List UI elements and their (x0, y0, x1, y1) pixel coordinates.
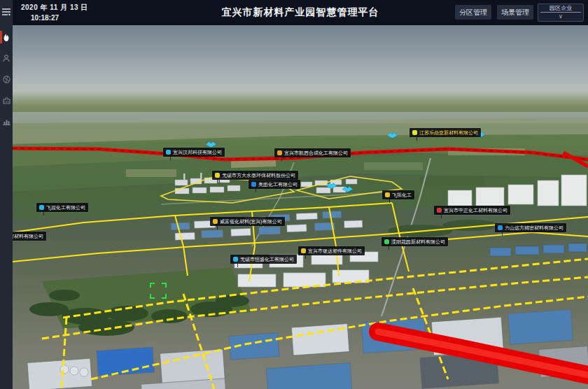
enterprise-icon (437, 208, 442, 213)
header-bar: 2020 年 11 月 13 日 10:18:27 宜兴市新材料产业园智慧管理平… (13, 0, 588, 25)
enterprise-name: 威富催化材料(宜兴)有限公司 (220, 218, 282, 225)
map-label[interactable]: 力山远方精密材料有限公司 (495, 223, 566, 232)
flame-icon[interactable] (0, 29, 13, 45)
enterprise-name: 宜兴市凯西合成化工有限公司 (284, 150, 348, 156)
scene-manage-button[interactable]: 场景管理 (497, 5, 533, 20)
bird-marker-icon[interactable] (342, 183, 353, 195)
enterprise-name: 无锡市恒盛化工有限公司 (240, 256, 294, 262)
enterprise-icon (166, 150, 171, 155)
chevron-down-icon: ∨ (559, 13, 563, 20)
enterprise-icon (233, 257, 238, 262)
selection-brackets (149, 282, 167, 299)
enterprise-icon (39, 205, 44, 210)
enterprise-icon (215, 173, 220, 178)
sidebar (0, 0, 13, 389)
enterprise-icon (213, 219, 218, 224)
user-icon[interactable] (0, 50, 13, 66)
map-label[interactable]: 飞拓化工 (382, 190, 414, 199)
enterprise-name: 溧阳花园新材料有限公司 (391, 239, 445, 245)
enterprise-name: 宜兴市银达塑件有限公司 (308, 248, 362, 254)
enterprise-name: 奥图化工有限公司 (258, 181, 298, 188)
enterprise-icon (251, 182, 256, 187)
enterprise-name: 宜兴汉邦科技有限公司 (173, 149, 222, 155)
enterprise-name: 飞霞化工有限公司 (46, 204, 85, 211)
enterprise-icon (385, 192, 390, 197)
enterprise-name: 力山远方精密材料有限公司 (505, 225, 564, 231)
map-label[interactable]: 无锡市恒盛化工有限公司 (230, 255, 297, 264)
factory-icon[interactable] (0, 92, 13, 108)
park-enterprise-dropdown[interactable]: 园区企业 ∨ (538, 3, 584, 22)
map-label[interactable]: 江苏乐晶亚新材料有限公司 (410, 128, 481, 137)
map-label[interactable]: 宜兴精密材料有限公司 (13, 232, 46, 241)
map-3d-viewport[interactable]: 宜兴汉邦科技有限公司宜兴市凯西合成化工有限公司无锡市方大水墨环保材料股份公司奥图… (13, 25, 588, 389)
enterprise-name: 江苏乐晶亚新材料有限公司 (419, 129, 478, 136)
enterprise-icon (277, 150, 282, 155)
map-label[interactable]: 宜兴市中正化工材料有限公司 (434, 206, 510, 215)
globe-icon[interactable] (0, 71, 13, 87)
map-label[interactable]: 飞霞化工有限公司 (36, 203, 88, 212)
enterprise-name: 无锡市方大水墨环保材料股份公司 (222, 172, 295, 178)
map-label[interactable]: 溧阳花园新材料有限公司 (382, 237, 448, 246)
dropdown-label: 园区企业 (550, 4, 572, 12)
enterprise-icon (498, 225, 503, 230)
enterprise-icon (412, 130, 417, 135)
map-label[interactable]: 奥图化工有限公司 (248, 180, 300, 189)
bar-chart-icon[interactable] (0, 113, 13, 129)
enterprise-name: 宜兴市中正化工材料有限公司 (444, 207, 507, 213)
map-label[interactable]: 宜兴市凯西合成化工有限公司 (274, 148, 351, 157)
map-label[interactable]: 宜兴汉邦科技有限公司 (163, 148, 225, 157)
enterprise-icon (301, 248, 306, 253)
app-window: 2020 年 11 月 13 日 10:18:27 宜兴市新材料产业园智慧管理平… (0, 0, 588, 389)
menu-icon[interactable] (0, 4, 13, 20)
enterprise-icon (384, 239, 389, 244)
map-label[interactable]: 宜兴市银达塑件有限公司 (298, 246, 365, 255)
map-label[interactable]: 威富催化材料(宜兴)有限公司 (210, 217, 285, 226)
bird-marker-icon[interactable] (326, 179, 337, 192)
map-label[interactable]: 无锡市方大水墨环保材料股份公司 (212, 171, 298, 180)
zone-manage-button[interactable]: 分区管理 (455, 5, 491, 20)
enterprise-name: 飞拓化工 (392, 192, 412, 198)
enterprise-name: 宜兴精密材料有限公司 (13, 233, 43, 239)
bird-marker-icon[interactable] (387, 129, 398, 141)
